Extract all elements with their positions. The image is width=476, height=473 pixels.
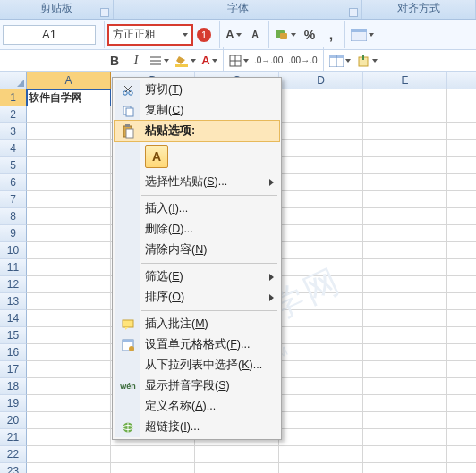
cell[interactable] [279,208,363,225]
cell[interactable] [195,463,279,473]
menu-pick-from-dropdown[interactable]: 从下拉列表中选择(K)... [115,355,279,376]
cell[interactable] [363,208,447,225]
cell[interactable] [27,106,111,123]
menu-define-name[interactable]: 定义名称(A)... [115,396,279,417]
cell[interactable] [363,429,447,446]
row-header[interactable]: 19 [0,395,27,412]
cell[interactable] [279,412,363,429]
menu-clear-contents[interactable]: 清除内容(N) [115,240,279,260]
cell[interactable] [27,327,111,344]
cell[interactable] [363,412,447,429]
cell[interactable] [447,106,476,123]
row-header[interactable]: 21 [0,429,27,446]
cell[interactable] [447,225,476,242]
row-header[interactable]: 20 [0,412,27,429]
font-color-button[interactable]: A [201,53,217,69]
cell[interactable] [447,395,476,412]
cell[interactable] [111,463,195,473]
decrease-font-button[interactable]: A [247,27,263,43]
cell[interactable] [195,446,279,463]
row-header[interactable]: 3 [0,123,27,140]
menu-sort[interactable]: 排序(O) [115,287,279,308]
cell[interactable] [447,361,476,378]
cell[interactable] [27,157,111,174]
row-header[interactable]: 14 [0,310,27,327]
cell[interactable] [279,140,363,157]
row-header[interactable]: 13 [0,293,27,310]
bold-button[interactable]: B [106,53,123,69]
cell[interactable] [279,106,363,123]
comma-style-button[interactable]: , [323,27,339,43]
menu-delete[interactable]: 删除(D)... [115,219,279,240]
cell[interactable] [447,310,476,327]
format-as-table-button[interactable] [329,53,351,69]
number-format-button[interactable] [275,27,296,43]
cell[interactable] [447,276,476,293]
cell[interactable] [363,310,447,327]
row-header[interactable]: 7 [0,191,27,208]
cell[interactable] [279,242,363,259]
name-box[interactable]: A1 [3,25,96,45]
cell[interactable] [279,293,363,310]
cell[interactable] [27,293,111,310]
row-header[interactable]: 2 [0,106,27,123]
cell[interactable] [363,276,447,293]
cell[interactable] [447,157,476,174]
row-header[interactable]: 10 [0,242,27,259]
cell[interactable] [279,446,363,463]
menu-show-pinyin[interactable]: wén 显示拼音字段(S) [115,376,279,396]
cell[interactable] [363,174,447,191]
cell[interactable] [447,344,476,361]
font-dialog-launcher[interactable] [349,8,358,17]
cell[interactable] [447,327,476,344]
cell[interactable] [279,89,363,106]
cell[interactable] [27,259,111,276]
cell[interactable] [27,412,111,429]
cell[interactable] [279,259,363,276]
cell[interactable] [279,225,363,242]
cell[interactable] [447,89,476,106]
cell[interactable] [279,310,363,327]
paste-keep-source-formatting-button[interactable]: A [145,145,168,168]
row-header[interactable]: 6 [0,174,27,191]
decrease-decimal-button[interactable]: .00→.0 [288,53,317,69]
cell[interactable] [447,123,476,140]
cell[interactable] [363,463,447,473]
font-name-combo[interactable]: 方正正粗 [107,24,193,46]
cell[interactable] [27,276,111,293]
cell[interactable] [363,344,447,361]
row-header[interactable]: 1 [0,89,27,106]
cell[interactable] [279,378,363,395]
menu-paste-special[interactable]: 选择性粘贴(S)... [115,172,279,192]
select-all-corner[interactable] [0,72,27,89]
cell[interactable] [27,140,111,157]
italic-button[interactable]: I [128,53,144,69]
cell[interactable] [363,446,447,463]
menu-insert[interactable]: 插入(I)... [115,198,279,219]
fill-color-button[interactable] [174,53,196,69]
row-header[interactable]: 23 [0,463,27,473]
cell[interactable] [279,344,363,361]
menu-insert-comment[interactable]: 插入批注(M) [115,314,279,334]
cell-styles-button[interactable] [351,27,374,43]
menu-copy[interactable]: 复制(C) [115,100,279,121]
menu-cut[interactable]: 剪切(T) [115,80,279,100]
row-header[interactable]: 5 [0,157,27,174]
cell[interactable] [27,208,111,225]
cell[interactable] [279,463,363,473]
cell[interactable]: 软件自学网 [27,89,111,106]
row-header[interactable]: 12 [0,276,27,293]
column-header[interactable]: D [279,72,363,89]
cell[interactable] [27,446,111,463]
cell[interactable] [27,191,111,208]
row-header[interactable]: 17 [0,361,27,378]
cell[interactable] [279,327,363,344]
cell[interactable] [363,293,447,310]
cell[interactable] [363,123,447,140]
cell[interactable] [27,463,111,473]
row-header[interactable]: 22 [0,446,27,463]
increase-font-button[interactable]: A [225,27,242,43]
cell[interactable] [447,191,476,208]
cell[interactable] [27,242,111,259]
row-header[interactable]: 11 [0,259,27,276]
